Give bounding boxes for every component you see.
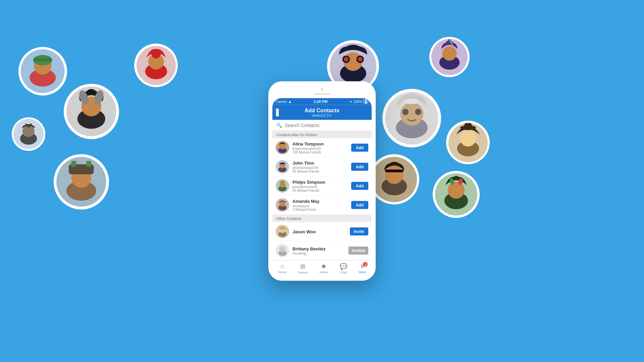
svg-point-76 xyxy=(279,246,285,252)
status-bar: Carrier ▲ 1:20 PM ✦ 100% ▓ xyxy=(272,98,372,105)
contact-name-alina: Alina Tompson xyxy=(292,141,348,146)
avatar-av9 xyxy=(446,121,490,164)
svg-point-31 xyxy=(358,57,362,62)
contact-username-philps: poooboooooo0 xyxy=(292,185,348,189)
contact-name-brittany: Brittany Benitez xyxy=(292,246,345,251)
more-icon: ≡ 2 xyxy=(361,263,364,270)
svg-rect-19 xyxy=(71,161,76,167)
contact-username-alina: frogonvacation33 xyxy=(292,146,348,150)
avatar-label: Avatar xyxy=(319,270,328,274)
avatar-av1 xyxy=(18,47,67,96)
wifi-icon: ▲ xyxy=(288,100,292,104)
contact-mutual-alina: 100 Mutual Friends xyxy=(292,150,348,154)
search-icon: 🔍 xyxy=(276,123,282,128)
svg-rect-4 xyxy=(34,58,51,61)
avatar-philps xyxy=(276,179,289,193)
avatar-av7 xyxy=(429,37,470,77)
home-label: Home xyxy=(278,270,286,274)
contact-mutual-philps: 25 Mutual Friends xyxy=(292,189,348,192)
nav-home[interactable]: ⌂ Home xyxy=(278,263,286,274)
section-header-roblox: Contacts Also On Roblox xyxy=(272,131,372,138)
contact-name-john: John Tims xyxy=(292,161,348,166)
svg-point-42 xyxy=(402,109,409,115)
carrier-label: Carrier xyxy=(276,100,287,104)
nav-more[interactable]: ≡ 2 More xyxy=(359,263,366,274)
svg-point-30 xyxy=(344,57,348,62)
more-label: More xyxy=(359,270,366,274)
home-icon: ⌂ xyxy=(280,263,284,270)
contact-item-amanda: Amanda May amayayya 1 Mutual Friend Add xyxy=(272,196,372,215)
contact-item-philps: Philps Simpson poooboooooo0 25 Mutual Fr… xyxy=(272,177,372,196)
phone-speaker xyxy=(314,94,330,95)
svg-point-43 xyxy=(415,109,421,115)
games-icon: ⊞ xyxy=(300,263,305,270)
invite-button-jason[interactable]: Invite xyxy=(350,228,368,236)
contact-item-brittany: Brittany Benitez Pending Invited xyxy=(272,241,372,260)
battery-label: 100% xyxy=(354,100,362,103)
avatar-john xyxy=(276,160,289,174)
svg-point-73 xyxy=(279,227,286,230)
avatar-brittany xyxy=(276,244,289,257)
time-display: 1:20 PM xyxy=(314,100,328,104)
nav-avatar[interactable]: ☻ Avatar xyxy=(319,263,328,274)
contact-name-jason: Jason Woo xyxy=(292,229,346,234)
contact-item-john: John Tims alsiisishooozi34 50 Mutual Fri… xyxy=(272,158,372,177)
chat-icon: 💬 xyxy=(340,263,347,270)
avatar-av11 xyxy=(433,171,480,218)
search-input[interactable] xyxy=(285,123,368,128)
svg-point-60 xyxy=(279,143,285,149)
avatar-icon: ☻ xyxy=(321,263,327,270)
avatar-av3 xyxy=(12,117,45,151)
contact-name-amanda: Amanda May xyxy=(292,199,348,204)
svg-point-51 xyxy=(385,166,403,184)
svg-point-41 xyxy=(404,99,420,104)
phone-camera xyxy=(321,88,323,91)
nav-games[interactable]: ⊞ Games xyxy=(298,263,308,274)
nav-chat[interactable]: 💬 Chat xyxy=(340,263,347,274)
avatar-amanda xyxy=(276,198,289,212)
add-button-philps[interactable]: Add xyxy=(351,182,368,190)
header-title: Add Contacts xyxy=(276,108,368,114)
contact-name-philps: Philps Simpson xyxy=(292,180,348,185)
add-button-john[interactable]: Add xyxy=(351,163,368,171)
battery-icon: ▓ xyxy=(363,100,368,104)
bluetooth-icon: ✦ xyxy=(350,100,352,103)
contact-mutual-john: 50 Mutual Friends xyxy=(292,170,348,173)
contact-status-brittany: Pending xyxy=(292,251,345,255)
avatar-av2 xyxy=(64,84,119,139)
svg-rect-20 xyxy=(86,161,91,167)
svg-point-46 xyxy=(460,131,476,146)
contact-username-amanda: amayayya xyxy=(292,204,348,208)
search-bar: 🔍 xyxy=(272,120,372,131)
svg-rect-52 xyxy=(385,169,403,172)
svg-point-34 xyxy=(442,46,457,61)
more-badge: 2 xyxy=(363,262,368,267)
avatar-av10 xyxy=(369,154,419,204)
contact-item-alina: Alina Tompson frogonvacation33 100 Mutua… xyxy=(272,138,372,158)
avatar-av5 xyxy=(134,44,178,87)
invited-button-brittany[interactable]: Invited xyxy=(348,247,368,255)
games-label: Games xyxy=(298,271,308,274)
contact-username-john: alsiisishooozi34 xyxy=(292,166,348,170)
svg-point-66 xyxy=(279,182,285,188)
phone-device: Carrier ▲ 1:20 PM ✦ 100% ▓ ‹ Add Contact… xyxy=(268,81,376,281)
add-button-alina[interactable]: Add xyxy=(351,144,368,152)
avatar-av4 xyxy=(54,154,109,209)
bottom-nav: ⌂ Home ⊞ Games ☻ Avatar 💬 Chat ≡ 2 xyxy=(272,260,372,277)
section-header-other: Other Contacts xyxy=(272,215,372,222)
chat-label: Chat xyxy=(340,271,347,274)
svg-point-55 xyxy=(448,182,465,198)
avatar-jason xyxy=(276,225,289,238)
svg-point-24 xyxy=(151,49,161,58)
header-subtitle: akiabo12:13+ xyxy=(276,114,368,117)
svg-point-48 xyxy=(460,125,476,130)
avatar-av8 xyxy=(382,89,441,147)
contact-mutual-amanda: 1 Mutual Friend xyxy=(292,208,348,212)
avatar-alina xyxy=(276,141,289,155)
add-button-amanda[interactable]: Add xyxy=(351,201,368,209)
app-header: ‹ Add Contacts akiabo12:13+ xyxy=(272,105,372,120)
contact-item-jason: Jason Woo Invite xyxy=(272,222,372,241)
